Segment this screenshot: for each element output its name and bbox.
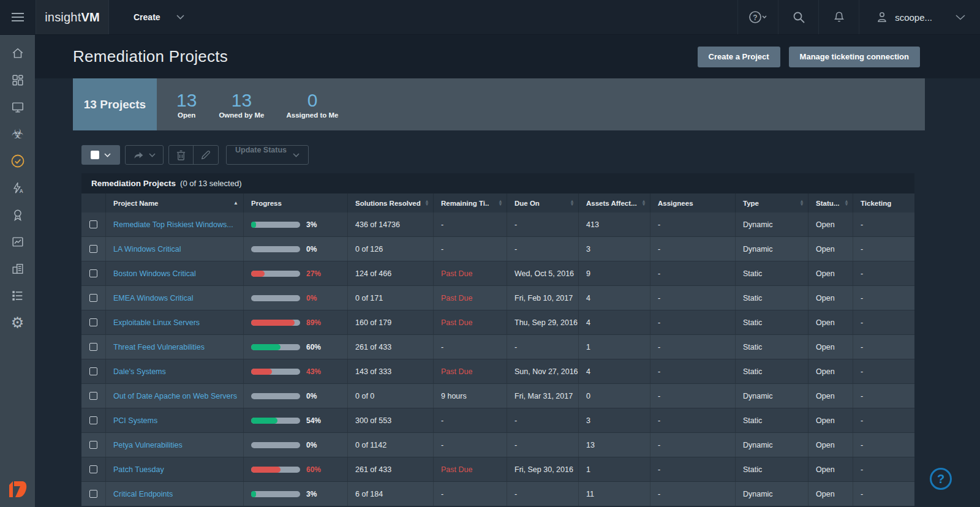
- sidebar-item-assets[interactable]: [0, 94, 35, 121]
- project-name-link[interactable]: Dale's Systems: [113, 367, 166, 376]
- type-cell-value: Dynamic: [743, 490, 773, 498]
- ticketing-cell: -: [853, 359, 914, 383]
- stat-assigned-to-me[interactable]: 0Assigned to Me: [276, 90, 350, 119]
- sidebar-item-company[interactable]: [0, 255, 35, 282]
- sidebar-item-dashboard[interactable]: [0, 67, 35, 94]
- column-header-remaining-ti[interactable]: Remaining Ti..▴▾: [434, 193, 507, 212]
- solutions-resolved-cell-value: 0 of 126: [355, 245, 383, 254]
- select-all-checkbox[interactable]: [91, 151, 99, 159]
- row-checkbox[interactable]: [89, 294, 97, 302]
- row-checkbox[interactable]: [89, 220, 97, 228]
- row-checkbox[interactable]: [89, 441, 97, 449]
- progress-bar: [251, 295, 300, 301]
- progress-bar-fill: [251, 222, 256, 228]
- sidebar-item-vulnerabilities[interactable]: ☣: [0, 121, 35, 148]
- project-name-link[interactable]: Patch Tuesday: [113, 465, 164, 474]
- due-on-cell-value: Fri, Feb 10, 2017: [514, 294, 573, 302]
- status-cell: Open: [809, 408, 853, 432]
- project-name-link[interactable]: Remediate Top Riskiest Windows...: [113, 220, 233, 229]
- sidebar-item-home[interactable]: [0, 40, 35, 67]
- solutions-resolved-cell: 124 of 466: [348, 261, 434, 285]
- hamburger-icon: [11, 12, 24, 22]
- ticketing-cell: -: [853, 457, 914, 481]
- assignees-cell: -: [650, 359, 736, 383]
- column-header-statu[interactable]: Statu...▴▾: [809, 193, 853, 212]
- row-checkbox[interactable]: [89, 416, 97, 424]
- stat-open[interactable]: 13Open: [165, 90, 208, 119]
- assets-affected-cell-value: 4: [586, 318, 590, 327]
- project-name-link[interactable]: Threat Feed Vulnerabilities: [113, 343, 205, 351]
- sidebar-item-reports[interactable]: [0, 228, 35, 255]
- column-header-checkbox: [81, 193, 106, 212]
- create-menu-button[interactable]: Create: [134, 0, 184, 34]
- column-header-project-name[interactable]: Project Name▲: [106, 193, 244, 212]
- column-header-assets-affect[interactable]: Assets Affect...▴▾: [579, 193, 650, 212]
- due-on-cell-value: Wed, Oct 5, 2016: [514, 269, 574, 278]
- search-button[interactable]: [778, 0, 818, 34]
- row-checkbox[interactable]: [89, 490, 97, 498]
- assets-affected-cell-value: 0: [586, 392, 590, 400]
- column-header-type[interactable]: Type▴▾: [736, 193, 809, 212]
- projects-count-tab[interactable]: 13 Projects: [73, 78, 157, 130]
- row-checkbox[interactable]: [89, 269, 97, 277]
- solutions-resolved-cell: 143 of 333: [348, 359, 434, 383]
- remaining-time-cell-value: Past Due: [441, 318, 472, 327]
- help-fab-button[interactable]: ?: [930, 468, 952, 490]
- manage-ticketing-button[interactable]: Manage ticketing connection: [789, 47, 920, 67]
- progress-bar-fill: [251, 369, 272, 375]
- sidebar-item-automation[interactable]: A: [0, 175, 35, 201]
- help-menu-button[interactable]: ?: [737, 0, 778, 34]
- project-name-link[interactable]: Out of Date Apache on Web Servers: [113, 392, 237, 400]
- table-row: EMEA Windows Critical0%0 of 171Past DueF…: [81, 286, 914, 310]
- status-cell-value: Open: [816, 343, 835, 351]
- column-header-solutions-resolved[interactable]: Solutions Resolved▴▾: [348, 193, 434, 212]
- project-name-link[interactable]: Boston Windows Critical: [113, 269, 196, 278]
- ticketing-cell-value: -: [861, 441, 863, 449]
- progress-percent: 54%: [306, 416, 321, 425]
- row-checkbox-cell: [81, 212, 106, 236]
- assets-affected-cell-value: 1: [586, 343, 590, 351]
- row-checkbox[interactable]: [89, 343, 97, 351]
- project-name-link[interactable]: LA Windows Critical: [113, 245, 181, 254]
- create-project-button[interactable]: Create a Project: [698, 47, 780, 67]
- column-label: Statu...: [816, 200, 839, 207]
- row-checkbox-cell: [81, 433, 106, 457]
- share-dropdown-button[interactable]: [126, 146, 163, 164]
- select-all-dropdown-button[interactable]: [81, 145, 120, 165]
- due-on-cell: Fri, Sep 30, 2016: [507, 457, 579, 481]
- column-header-due-on[interactable]: Due On▴▾: [507, 193, 579, 212]
- row-checkbox[interactable]: [89, 367, 97, 375]
- edit-button[interactable]: [193, 146, 218, 164]
- column-label: Solutions Resolved: [355, 200, 421, 207]
- row-checkbox[interactable]: [89, 318, 97, 326]
- column-header-progress: Progress: [244, 193, 348, 212]
- update-status-dropdown[interactable]: Update Status: [226, 145, 309, 165]
- row-checkbox[interactable]: [89, 392, 97, 400]
- row-checkbox[interactable]: [89, 245, 97, 253]
- project-name-link[interactable]: Exploitable Linux Servers: [113, 318, 200, 327]
- notifications-button[interactable]: [818, 0, 859, 34]
- assignees-cell-value: -: [658, 367, 660, 376]
- insightvm-logo[interactable]: insightVM: [36, 0, 109, 34]
- sidebar-item-goals[interactable]: [0, 201, 35, 228]
- hamburger-menu-button[interactable]: [0, 0, 36, 34]
- sidebar-item-settings[interactable]: ⚙: [0, 309, 35, 336]
- project-name-link[interactable]: PCI Systems: [113, 416, 157, 425]
- sidebar-item-list[interactable]: [0, 282, 35, 309]
- sidebar-item-remediation-projects[interactable]: [0, 148, 35, 175]
- project-name-link[interactable]: EMEA Windows Critical: [113, 294, 194, 302]
- row-checkbox[interactable]: [89, 465, 97, 473]
- ticketing-cell: -: [853, 433, 914, 457]
- table-row: Remediate Top Riskiest Windows...3%436 o…: [81, 212, 914, 237]
- assets-affected-cell: 9: [579, 261, 650, 285]
- svg-text:?: ?: [753, 13, 757, 22]
- delete-button[interactable]: [169, 146, 193, 164]
- progress-cell: 54%: [244, 408, 348, 432]
- user-menu-button[interactable]: scoope...: [859, 0, 980, 34]
- ticketing-cell-value: -: [861, 318, 863, 327]
- project-name-link[interactable]: Critical Endpoints: [113, 490, 173, 498]
- stat-owned-by-me[interactable]: 13Owned by Me: [208, 90, 275, 119]
- project-name-cell: Exploitable Linux Servers: [106, 310, 244, 334]
- edit-button-group: [168, 145, 219, 165]
- project-name-link[interactable]: Petya Vulnerabilities: [113, 441, 183, 449]
